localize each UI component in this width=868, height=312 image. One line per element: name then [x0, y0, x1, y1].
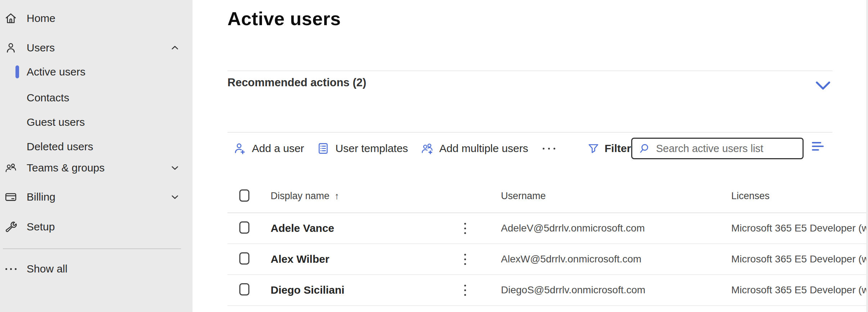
- people-icon: [4, 161, 18, 175]
- column-header-licenses[interactable]: Licenses: [731, 191, 868, 202]
- sidebar-item-label: Setup: [27, 221, 55, 233]
- sidebar-item-guest-users[interactable]: Guest users: [0, 110, 193, 134]
- sidebar-item-users[interactable]: Users: [0, 35, 193, 60]
- sidebar-item-show-all[interactable]: Show all: [0, 256, 193, 281]
- chevron-down-icon[interactable]: [169, 162, 181, 174]
- sidebar-item-contacts[interactable]: Contacts: [0, 86, 193, 110]
- search-input[interactable]: [656, 140, 803, 157]
- search-icon: [638, 142, 651, 155]
- row-checkbox[interactable]: [239, 221, 249, 234]
- more-horizontal-icon: [4, 262, 18, 276]
- filter-button[interactable]: Filter: [587, 138, 631, 159]
- column-header-username[interactable]: Username: [501, 191, 731, 202]
- row-more-actions-icon[interactable]: [458, 285, 472, 296]
- sidebar-item-teams-groups[interactable]: Teams & groups: [0, 155, 193, 180]
- add-multiple-users-button[interactable]: Add multiple users: [420, 142, 528, 155]
- wrench-icon: [4, 220, 18, 234]
- sidebar-item-active-users[interactable]: Active users: [0, 60, 193, 84]
- add-people-icon: [420, 142, 434, 155]
- row-checkbox[interactable]: [239, 283, 249, 295]
- sidebar-item-label: Contacts: [27, 92, 69, 104]
- toolbar: Add a user User templates: [233, 138, 557, 159]
- licenses-cell: Microsoft 365 E5 Developer (withou: [731, 284, 868, 296]
- row-checkbox[interactable]: [239, 252, 249, 265]
- chevron-up-icon[interactable]: [169, 42, 181, 54]
- licenses-cell: Microsoft 365 E5 Developer (withou: [731, 222, 868, 234]
- table-row[interactable]: Diego Siciliani DiegoS@5drrlv.onmicrosof…: [227, 275, 868, 306]
- table-row[interactable]: Adele Vance AdeleV@5drrlv.onmicrosoft.co…: [227, 213, 868, 244]
- page-title: Active users: [227, 8, 341, 29]
- toolbar-button-label: Add a user: [252, 142, 304, 155]
- active-users-table: Display name↑ Username Licenses Adele Va…: [227, 180, 868, 306]
- display-name-cell[interactable]: Alex Wilber: [271, 253, 458, 265]
- row-more-actions-icon[interactable]: [458, 254, 472, 265]
- licenses-cell: Microsoft 365 E5 Developer (withou: [731, 253, 868, 265]
- selected-indicator: [15, 65, 19, 78]
- sidebar-item-label: Active users: [27, 66, 85, 78]
- sidebar-item-billing[interactable]: Billing: [0, 184, 193, 210]
- sidebar-item-label: Home: [27, 12, 55, 24]
- sidebar-item-setup[interactable]: Setup: [0, 214, 193, 239]
- username-cell: AdeleV@5drrlv.onmicrosoft.com: [501, 222, 731, 234]
- home-icon: [4, 11, 18, 26]
- person-icon: [4, 41, 18, 55]
- credit-card-icon: [4, 190, 18, 204]
- recommended-actions-heading[interactable]: Recommended actions (2): [227, 76, 366, 89]
- toolbar-divider: [227, 132, 832, 133]
- filter-funnel-icon: [587, 142, 600, 155]
- left-navigation: Home Users Active users Contacts Guest u…: [0, 0, 193, 312]
- username-cell: AlexW@5drrlv.onmicrosoft.com: [501, 253, 731, 265]
- sidebar-item-label: Show all: [27, 263, 67, 275]
- sidebar-item-label: Users: [27, 42, 55, 54]
- row-more-actions-icon[interactable]: [458, 223, 472, 234]
- search-box: [631, 138, 804, 159]
- display-name-cell[interactable]: Adele Vance: [271, 222, 458, 234]
- sort-ascending-icon: ↑: [335, 191, 339, 201]
- sidebar-item-home[interactable]: Home: [0, 6, 193, 31]
- more-actions-button[interactable]: [541, 148, 557, 150]
- select-all-checkbox[interactable]: [239, 189, 249, 202]
- filter-label: Filter: [605, 142, 631, 155]
- user-templates-button[interactable]: User templates: [316, 142, 408, 155]
- column-header-display-name[interactable]: Display name↑: [271, 191, 458, 202]
- template-list-icon: [316, 142, 330, 155]
- sidebar-divider: [3, 248, 181, 249]
- chevron-down-icon[interactable]: [169, 191, 181, 203]
- toolbar-button-label: User templates: [335, 142, 408, 155]
- chevron-down-icon[interactable]: [814, 78, 832, 93]
- table-header-row: Display name↑ Username Licenses: [227, 180, 868, 213]
- toolbar-button-label: Add multiple users: [439, 142, 528, 155]
- username-cell: DiegoS@5drrlv.onmicrosoft.com: [501, 284, 731, 296]
- sidebar-item-label: Teams & groups: [27, 162, 105, 174]
- main-content: Active users Recommended actions (2) Add…: [193, 0, 868, 312]
- table-row[interactable]: Alex Wilber AlexW@5drrlv.onmicrosoft.com…: [227, 244, 868, 275]
- add-a-user-button[interactable]: Add a user: [233, 142, 304, 155]
- vertical-scrollbar[interactable]: [866, 0, 868, 312]
- filter-lines-icon[interactable]: [812, 142, 825, 154]
- active-users-page: Home Users Active users Contacts Guest u…: [0, 0, 868, 312]
- display-name-cell[interactable]: Diego Siciliani: [271, 284, 458, 296]
- sidebar-item-label: Billing: [27, 191, 55, 203]
- sidebar-item-label: Guest users: [27, 116, 85, 128]
- sidebar-item-label: Deleted users: [27, 141, 93, 153]
- add-person-icon: [233, 142, 247, 155]
- section-divider: [227, 70, 832, 71]
